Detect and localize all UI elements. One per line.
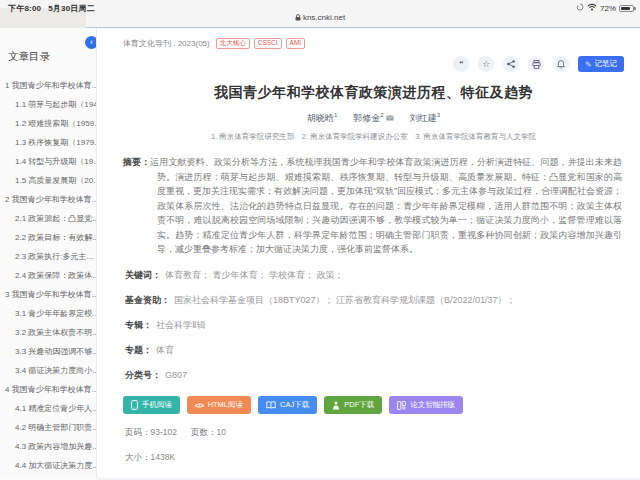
- author-link[interactable]: 刘红建3: [410, 113, 440, 123]
- toc-item[interactable]: 2 我国青少年和学校体育...: [0, 190, 96, 209]
- bell-icon[interactable]: [553, 56, 569, 72]
- ipad-screen: 下午8:005月30日周二 kns.cnki.net 72% ‹ 文章目录 1 …: [0, 0, 640, 480]
- fund-value[interactable]: 国家社会科学基金项目（18BTY027）； 江苏省教育科学规划课题（B/2022…: [174, 295, 516, 305]
- toc-item[interactable]: 2.1 政策源起：凸显党...: [0, 209, 96, 228]
- author-link[interactable]: 胡晓晗1: [307, 113, 337, 123]
- book-button[interactable]: CAJ下载: [258, 396, 317, 414]
- keywords-label: 关键词：: [125, 270, 161, 280]
- abstract: 摘要：运用文献资料、政策分析等方法，系统梳理我国青少年和学校体育政策演进历程，分…: [123, 155, 622, 257]
- journal-row: 体育文化导刊 . 2023(05) 北大核心CSSCIAMI: [123, 38, 624, 49]
- battery-percent: 72%: [600, 4, 616, 13]
- share-icon[interactable]: [503, 56, 519, 72]
- page-count-label: 页数：: [191, 427, 217, 437]
- article-actions: “ ☆ ✎记笔记: [123, 56, 624, 72]
- abstract-label: 摘要：: [123, 157, 150, 167]
- page-body: ‹ 文章目录 1 我国青少年和学校体育...1.1 萌芽与起步期（194...1…: [0, 28, 640, 479]
- journal-badges: 北大核心CSSCIAMI: [216, 38, 305, 49]
- chevron-left-icon: ‹: [90, 37, 93, 47]
- topic-label: 专题：: [125, 345, 152, 355]
- clc-row: 分类号：G807: [123, 369, 624, 382]
- note-button-label: 记笔记: [595, 59, 618, 69]
- toc-item[interactable]: 1.4 转型与升级期（19...: [0, 152, 96, 171]
- book-icon: [266, 401, 276, 409]
- size-label: 大小：: [125, 452, 151, 462]
- affiliations[interactable]: 1. 南京体育学院研究生部 2. 南京体育学院学科建设办公室 3. 南京体育学院…: [123, 132, 624, 142]
- toc-item[interactable]: 4 我国青少年和学校体育...: [0, 380, 96, 399]
- size-value: 1438K: [151, 452, 176, 462]
- article-title: 我国青少年和学校体育政策演进历程、特征及趋势: [153, 84, 594, 102]
- journal-badge: 北大核心: [216, 38, 250, 49]
- article-main: 体育文化导刊 . 2023(05) 北大核心CSSCIAMI “ ☆: [97, 28, 640, 479]
- pencil-icon: ✎: [585, 60, 591, 69]
- print-icon[interactable]: [528, 56, 544, 72]
- favorite-star-icon[interactable]: ☆: [478, 56, 494, 72]
- battery-icon: [619, 5, 634, 12]
- keywords-value[interactable]: 体育教育； 青少年体育； 学校体育； 政策；: [165, 270, 344, 280]
- button-label: 论文智能排版: [410, 400, 455, 410]
- status-time: 下午8:00: [8, 4, 41, 13]
- pages-label: 页码：: [125, 427, 151, 437]
- abstract-text: 运用文献资料、政策分析等方法，系统梳理我国青少年和学校体育政策演进历程，分析演进…: [150, 157, 622, 254]
- html-icon: </>: [195, 401, 204, 410]
- layout-icon: [397, 401, 406, 410]
- toc-item[interactable]: 3.3 兴趣动因强调不够...: [0, 342, 96, 361]
- toc-item[interactable]: 4.3 政策内容增加兴趣...: [0, 437, 96, 456]
- pdf-button[interactable]: PDF下载: [324, 396, 382, 414]
- journal-badge: CSSCI: [254, 38, 282, 49]
- clc-label: 分类号：: [125, 370, 161, 380]
- lock-icon: [295, 14, 301, 23]
- status-right: 72%: [576, 3, 634, 13]
- toc-item[interactable]: 3.4 循证决策力度尚小...: [0, 361, 96, 380]
- toc-item[interactable]: 1.1 萌芽与起步期（194...: [0, 95, 96, 114]
- toc-item[interactable]: 2.2 政策目标：有效解...: [0, 228, 96, 247]
- layout-button[interactable]: 论文智能排版: [389, 396, 463, 414]
- album-value: 社会科学Ⅱ辑: [156, 320, 205, 330]
- button-label: HTML阅读: [208, 400, 243, 410]
- toc-sidebar: ‹ 文章目录 1 我国青少年和学校体育...1.1 萌芽与起步期（194...1…: [0, 28, 97, 479]
- topic-value: 体育: [156, 345, 174, 355]
- toc-item[interactable]: 4.2 明确主管部门职责...: [0, 418, 96, 437]
- album-row: 专辑：社会科学Ⅱ辑: [123, 319, 624, 332]
- note-button[interactable]: ✎记笔记: [578, 56, 624, 72]
- article-card: 体育文化导刊 . 2023(05) 北大核心CSSCIAMI “ ☆: [97, 28, 640, 464]
- quote-icon[interactable]: “: [453, 56, 469, 72]
- sidebar-collapse-button[interactable]: ‹: [85, 36, 97, 49]
- keywords-row: 关键词：体育教育； 青少年体育； 学校体育； 政策；: [123, 269, 624, 282]
- toc-item[interactable]: 1.5 高质量发展期（20...: [0, 171, 96, 190]
- status-bar: 下午8:005月30日周二 kns.cnki.net 72%: [0, 0, 640, 28]
- url-text: kns.cnki.net: [303, 13, 345, 22]
- toc-item[interactable]: 2.3 政策执行:多元主...: [0, 247, 96, 266]
- phone-icon: [131, 400, 138, 410]
- pages-row: 页码：93-102页数：10: [123, 427, 624, 439]
- size-row: 大小：1438K: [123, 452, 624, 464]
- toc-item[interactable]: 1.2 艰难摸索期（1959...: [0, 114, 96, 133]
- author-link[interactable]: 郭修金2: [353, 113, 393, 123]
- toc-item[interactable]: 1 我国青少年和学校体育...: [0, 76, 96, 95]
- author-list: 胡晓晗1郭修金2刘红建3: [123, 112, 624, 125]
- pdf-icon: [332, 401, 340, 410]
- wifi-icon: [587, 3, 597, 13]
- phone-button[interactable]: 手机阅读: [123, 396, 180, 414]
- page-count-value: 10: [216, 427, 225, 437]
- toc-item[interactable]: 2.4 政策保障：政策体...: [0, 266, 96, 285]
- toc-item[interactable]: 1.3 秩序恢复期（1979...: [0, 133, 96, 152]
- journal-badge: AMI: [286, 38, 306, 49]
- address-bar[interactable]: kns.cnki.net: [0, 13, 640, 23]
- download-buttons-row: 手机阅读</>HTML阅读CAJ下载PDF下载论文智能排版: [123, 396, 624, 414]
- toc-item[interactable]: 3 我国青少年和学校体育...: [0, 285, 96, 304]
- html-button[interactable]: </>HTML阅读: [187, 396, 251, 414]
- toc-list: 1 我国青少年和学校体育...1.1 萌芽与起步期（194...1.2 艰难摸索…: [0, 76, 96, 475]
- toc-item[interactable]: 4.1 精准定位青少年人...: [0, 399, 96, 418]
- toc-item[interactable]: 4.4 加大循证决策力度...: [0, 456, 96, 475]
- topic-row: 专题：体育: [123, 344, 624, 357]
- rotation-lock-icon: [576, 3, 584, 13]
- fund-row: 基金资助：国家社会科学基金项目（18BTY027）； 江苏省教育科学规划课题（B…: [123, 294, 624, 307]
- fund-label: 基金资助：: [125, 295, 170, 305]
- email-icon: [386, 113, 394, 123]
- pages-value: 93-102: [151, 427, 177, 437]
- journal-name[interactable]: 体育文化导刊 . 2023(05): [123, 38, 210, 49]
- toc-item[interactable]: 3.2 政策主体权责不明...: [0, 323, 96, 342]
- toc-item[interactable]: 3.1 青少年年龄界定模...: [0, 304, 96, 323]
- album-label: 专辑：: [125, 320, 152, 330]
- button-label: PDF下载: [344, 400, 374, 410]
